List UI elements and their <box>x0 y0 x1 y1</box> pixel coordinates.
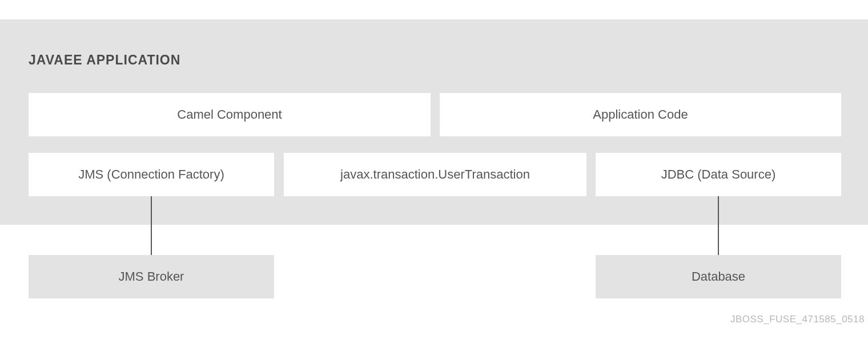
jms-connector-line <box>151 196 152 255</box>
footer-label: JBOSS_FUSE_471585_0518 <box>730 314 865 325</box>
camel-component-box: Camel Component <box>29 93 431 136</box>
diagram-title: JAVAEE APPLICATION <box>29 52 180 68</box>
jms-connection-factory-box: JMS (Connection Factory) <box>29 153 274 196</box>
database-box: Database <box>596 255 841 298</box>
user-transaction-box: javax.transaction.UserTransaction <box>284 153 586 196</box>
jms-broker-box: JMS Broker <box>29 255 274 298</box>
application-code-box: Application Code <box>440 93 841 136</box>
jdbc-connector-line <box>718 196 719 255</box>
jdbc-data-source-box: JDBC (Data Source) <box>596 153 841 196</box>
